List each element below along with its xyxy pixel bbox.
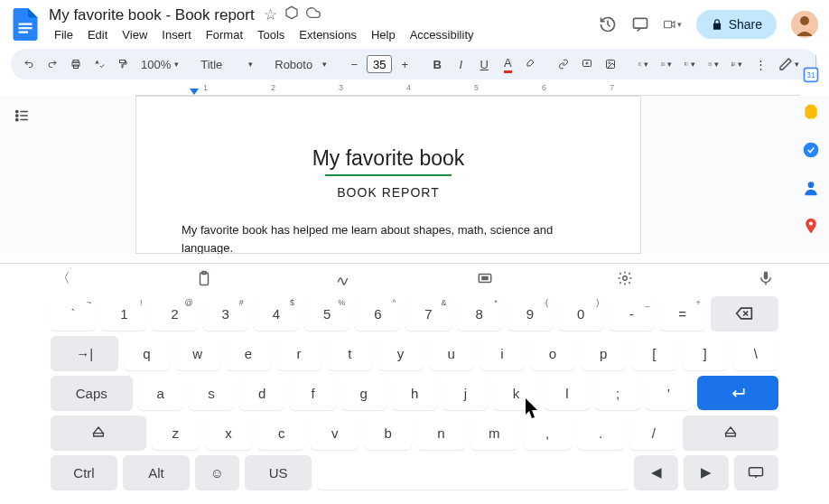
spellcheck-button[interactable]: [88, 52, 110, 76]
key-f[interactable]: f: [290, 376, 335, 410]
key-5[interactable]: 5%: [304, 296, 349, 331]
key-2[interactable]: 2@: [152, 296, 197, 331]
key-q[interactable]: q: [124, 336, 169, 370]
bullet-list-button[interactable]: ▾: [703, 52, 724, 76]
insert-image-button[interactable]: [600, 52, 621, 76]
move-icon[interactable]: [284, 5, 299, 24]
key-h[interactable]: h: [392, 376, 437, 410]
avatar[interactable]: [791, 11, 818, 38]
key-k[interactable]: k: [493, 376, 538, 410]
key-j[interactable]: j: [442, 376, 488, 410]
key-[[interactable]: [: [631, 336, 676, 370]
fontsize-increase[interactable]: +: [394, 52, 415, 76]
key-0[interactable]: 0): [558, 296, 603, 331]
key-9[interactable]: 9(: [508, 296, 553, 331]
kb-handwriting-icon[interactable]: [335, 269, 353, 287]
line-spacing-button[interactable]: ▾: [656, 52, 677, 76]
key-o[interactable]: o: [530, 336, 575, 370]
key-emoji[interactable]: ☺: [195, 455, 239, 490]
menu-help[interactable]: Help: [366, 26, 401, 43]
history-icon[interactable]: [599, 15, 617, 33]
text-color-button[interactable]: A: [497, 52, 518, 76]
key-c[interactable]: c: [257, 415, 305, 450]
key-arrow-right[interactable]: ▶: [684, 455, 728, 490]
key-w[interactable]: w: [175, 336, 220, 370]
page-title[interactable]: My favorite book: [182, 146, 595, 171]
key-enter[interactable]: [697, 376, 779, 410]
key-shift-right[interactable]: [683, 415, 778, 450]
key-,[interactable]: ,: [524, 415, 572, 450]
contacts-icon[interactable]: [802, 179, 820, 197]
document-page[interactable]: My favorite book BOOK REPORT My favorite…: [135, 96, 641, 254]
menu-tools[interactable]: Tools: [252, 26, 290, 43]
kb-clipboard-icon[interactable]: [195, 269, 213, 287]
maps-icon[interactable]: [802, 217, 820, 235]
key-d[interactable]: d: [239, 376, 284, 410]
underline-button[interactable]: U: [473, 52, 495, 76]
key-x[interactable]: x: [205, 415, 253, 450]
key--[interactable]: -_: [609, 296, 654, 331]
star-icon[interactable]: ☆: [264, 5, 277, 24]
style-select[interactable]: Title▾: [195, 56, 258, 73]
key-n[interactable]: n: [417, 415, 465, 450]
key-1[interactable]: 1!: [101, 296, 146, 331]
key-m[interactable]: m: [470, 415, 518, 450]
kb-mic-icon[interactable]: [757, 269, 775, 287]
keep-icon[interactable]: [802, 103, 820, 121]
key-language[interactable]: US: [245, 455, 312, 490]
key-g[interactable]: g: [341, 376, 387, 410]
key-p[interactable]: p: [581, 336, 626, 370]
link-button[interactable]: [553, 52, 574, 76]
key-;[interactable]: ;: [595, 376, 640, 410]
add-comment-button[interactable]: [576, 52, 598, 76]
ruler-tab-marker[interactable]: [190, 89, 199, 95]
key-space[interactable]: [317, 455, 629, 490]
bold-button[interactable]: B: [426, 52, 448, 76]
paint-format-button[interactable]: [112, 52, 134, 76]
fontsize-input[interactable]: [367, 55, 392, 73]
key-caps[interactable]: Caps: [51, 376, 133, 410]
key-y[interactable]: y: [377, 336, 423, 370]
key-tab[interactable]: →|: [51, 336, 118, 370]
highlight-button[interactable]: [520, 52, 542, 76]
doc-title[interactable]: My favorite book - Book report: [49, 6, 255, 24]
key-b[interactable]: b: [364, 415, 412, 450]
key-a[interactable]: a: [138, 376, 183, 410]
key-\[interactable]: \: [733, 336, 778, 370]
calendar-icon[interactable]: 31: [802, 65, 820, 83]
key-8[interactable]: 8*: [457, 296, 502, 331]
cloud-icon[interactable]: [306, 5, 321, 24]
meet-icon[interactable]: ▾: [664, 15, 682, 33]
menu-view[interactable]: View: [116, 26, 153, 43]
key-3[interactable]: 3#: [203, 296, 248, 331]
menu-extensions[interactable]: Extensions: [293, 26, 362, 43]
key-=[interactable]: =+: [659, 296, 704, 331]
menu-file[interactable]: File: [49, 26, 79, 43]
key-s[interactable]: s: [189, 376, 234, 410]
undo-button[interactable]: [18, 52, 40, 76]
key-alt[interactable]: Alt: [123, 455, 190, 490]
align-button[interactable]: ▾: [632, 52, 654, 76]
page-body[interactable]: My favorite book has helped me learn abo…: [182, 221, 595, 254]
key-backspace[interactable]: [711, 296, 778, 331]
key-4[interactable]: 4$: [254, 296, 299, 331]
menu-format[interactable]: Format: [200, 26, 248, 43]
key-v[interactable]: v: [311, 415, 359, 450]
menu-insert[interactable]: Insert: [156, 26, 197, 43]
share-button[interactable]: Share: [696, 10, 777, 39]
key-u[interactable]: u: [429, 336, 474, 370]
numbered-list-button[interactable]: 123▾: [726, 52, 748, 76]
key-z[interactable]: z: [152, 415, 200, 450]
key-i[interactable]: i: [480, 336, 525, 370]
print-button[interactable]: [65, 52, 87, 76]
key-.[interactable]: .: [577, 415, 625, 450]
kb-float-icon[interactable]: [476, 269, 494, 287]
key-hide-keyboard[interactable]: [734, 455, 778, 490]
key-shift-left[interactable]: [51, 415, 146, 450]
key-/[interactable]: /: [629, 415, 677, 450]
key-r[interactable]: r: [276, 336, 321, 370]
key-arrow-left[interactable]: ◀: [634, 455, 678, 490]
key-7[interactable]: 7&: [405, 296, 451, 331]
key-][interactable]: ]: [683, 336, 728, 370]
menu-accessibility[interactable]: Accessibility: [405, 26, 480, 43]
